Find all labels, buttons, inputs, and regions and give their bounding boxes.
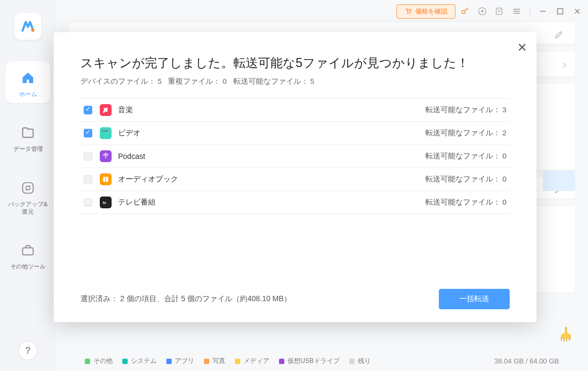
sub-device-files: デバイスのファイル： 5 [80,77,161,86]
sidebar-item-label: データ管理 [13,145,43,152]
swatch [349,359,355,364]
category-label: Podcast [118,152,145,161]
checkbox [84,152,92,161]
storage-usage: 38.04 GB / 64.00 GB [494,357,559,365]
file-row[interactable]: tvテレビ番組転送可能なファイル： 0 [80,191,510,214]
legend-item: その他 [85,357,113,366]
menu-icon[interactable] [509,4,524,19]
category-count: 転送可能なファイル： 0 [425,174,506,184]
svg-rect-13 [107,130,108,132]
key-icon[interactable] [458,4,473,19]
category-count: 転送可能なファイル： 2 [425,128,506,138]
file-row[interactable]: ビデオ転送可能なファイル： 2 [80,122,510,145]
category-icon: tv [100,197,112,208]
legend-item: 仮想USBドライブ [279,357,340,366]
category-count: 転送可能なファイル： 0 [425,151,506,161]
checkbox[interactable] [84,106,92,114]
selection-summary: 選択済み： 2 個の項目、合計 5 個のファイル（約408.10 MB） [80,294,291,304]
scan-complete-modal: ✕ スキャンが完了しました。転送可能な5ファイルが見つかりました！ デバイスのフ… [54,32,536,322]
storage-legend: その他システムアプリ写真メディア仮想USBドライブ残り [85,357,371,366]
svg-point-0 [31,28,34,32]
svg-point-3 [407,13,408,14]
home-icon [21,71,35,85]
file-row[interactable]: 音楽転送可能なファイル： 3 [80,99,510,122]
legend-item: メディア [235,357,269,366]
legend-label: アプリ [175,357,194,366]
legend-item: 写真 [204,357,225,366]
sidebar-item-label: その他ツール [10,263,46,270]
svg-text:tv: tv [103,201,106,205]
svg-point-4 [409,13,410,14]
maximize-button[interactable] [553,4,568,19]
category-label: テレビ番組 [118,198,156,207]
svg-point-14 [105,155,107,157]
checkbox[interactable] [84,129,92,137]
swatch [279,359,284,364]
sidebar-item-label: ホーム [19,90,37,98]
swatch [235,359,240,364]
svg-rect-11 [104,130,105,132]
svg-rect-2 [23,248,33,255]
sidebar-item-home[interactable]: ホーム [5,61,50,103]
cleanup-icon[interactable] [558,326,573,341]
svg-rect-8 [557,9,563,14]
svg-rect-10 [102,130,104,132]
legend-item: システム [122,357,157,366]
minimize-button[interactable] [535,4,550,19]
category-label: 音楽 [118,105,133,115]
price-label: 価格を確認 [415,7,447,16]
legend-label: その他 [93,357,113,366]
sub-dupe-files: 重複ファイル： 0 [168,77,226,86]
swatch [166,359,172,364]
category-count: 転送可能なファイル： 0 [425,198,506,207]
file-row[interactable]: Podcast転送可能なファイル： 0 [80,145,510,168]
category-count: 転送可能なファイル： 3 [425,105,506,115]
price-button[interactable]: 価格を確認 [396,4,455,19]
category-label: ビデオ [118,128,141,138]
feedback-icon[interactable] [492,4,507,19]
svg-rect-1 [23,183,33,193]
app-logo [14,13,41,40]
svg-rect-12 [106,130,107,132]
folder-icon [21,126,35,140]
legend-label: システム [131,357,157,366]
legend-label: 写真 [212,357,225,366]
transfer-button[interactable]: 一括転送 [439,289,510,309]
sidebar: ホーム データ管理 バックアップ& 復元 その他ツール ? [0,0,56,371]
legend-label: 仮想USBドライブ [288,357,340,366]
svg-rect-7 [496,8,502,14]
sidebar-item-data[interactable]: データ管理 [5,116,50,158]
checkbox [84,198,92,207]
titlebar: 価格を確認 [56,0,588,23]
legend-label: 残り [358,357,371,366]
swatch [85,359,90,364]
category-icon [100,104,112,116]
category-icon [100,127,112,139]
checkbox [84,175,92,184]
sidebar-item-tools[interactable]: その他ツール [5,234,50,275]
divider [530,6,530,16]
sub-transferable-files: 転送可能なファイル： 5 [233,77,314,86]
svg-rect-15 [106,157,106,159]
close-button[interactable] [570,4,585,19]
swatch [204,359,209,364]
edit-icon[interactable] [554,29,567,42]
legend-item: 残り [349,357,371,366]
legend-label: メディア [244,357,269,366]
action-chip[interactable] [543,171,575,191]
file-row[interactable]: オーディオブック転送可能なファイル： 0 [80,168,510,191]
sidebar-item-label: バックアップ& 復元 [8,200,47,216]
cart-icon [405,8,412,15]
category-icon [100,150,112,162]
sync-icon [21,181,35,195]
modal-close-button[interactable]: ✕ [517,41,527,55]
help-button[interactable]: ? [18,341,38,360]
modal-title: スキャンが完了しました。転送可能な5ファイルが見つかりました！ [80,55,510,71]
chevron-right-icon[interactable]: › [563,58,567,72]
category-label: オーディオブック [118,174,178,184]
swatch [122,359,128,364]
sidebar-item-backup[interactable]: バックアップ& 復元 [5,171,50,221]
file-type-list: 音楽転送可能なファイル： 3ビデオ転送可能なファイル： 2Podcast転送可能… [80,98,510,214]
category-icon [100,173,112,185]
download-icon[interactable] [475,4,490,19]
